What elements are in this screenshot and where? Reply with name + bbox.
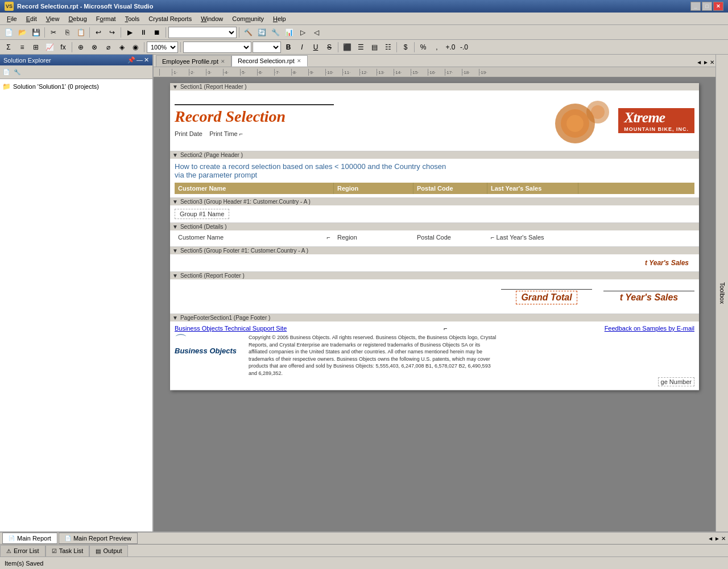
tb2-align-left[interactable]: ⬛ (341, 41, 353, 53)
tab-close-all[interactable]: ✕ (710, 59, 714, 65)
tb2-bold[interactable]: B (282, 41, 295, 53)
menu-format[interactable]: Format (92, 14, 121, 23)
se-title: Solution Explorer (3, 57, 51, 64)
tb-misc4[interactable]: ◁ (310, 26, 322, 39)
menu-community[interactable]: Community (228, 14, 268, 23)
section1-header[interactable]: ▼ Section1 (Report Header ) (170, 83, 699, 90)
tb-copy[interactable]: ⎘ (61, 26, 73, 39)
minimize-button[interactable]: _ (690, 2, 701, 11)
tb2-align-right[interactable]: ▤ (368, 41, 380, 53)
se-pin[interactable]: 📌 (127, 56, 135, 64)
bottom-tab-tasklist[interactable]: ☑ Task List (46, 545, 90, 556)
tb-new[interactable]: 📄 (2, 26, 15, 39)
section-group-footer: ▼ Section5 (Group Footer #1: Customer.Co… (170, 247, 699, 272)
menu-debug[interactable]: Debug (64, 14, 91, 23)
footer-link-support[interactable]: Business Objects Technical Support Site (175, 325, 287, 332)
tab-close-2[interactable]: ✕ (297, 58, 301, 64)
menu-view[interactable]: View (42, 14, 64, 23)
tb-config-select[interactable] (168, 27, 237, 38)
tb-misc1[interactable]: 🔧 (269, 26, 282, 39)
tb-stop[interactable]: ⏹ (151, 26, 163, 39)
menu-help[interactable]: Help (268, 14, 291, 23)
tab-record-selection[interactable]: Record Selection.rpt ✕ (231, 55, 308, 67)
svg-point-2 (566, 115, 584, 132)
tb2-list[interactable]: ≡ (16, 41, 28, 53)
tb-rebuild[interactable]: 🔄 (255, 26, 268, 39)
tb2-grid[interactable]: ⊞ (30, 41, 42, 53)
tb-misc3[interactable]: ▷ (296, 26, 309, 39)
tb2-dec-up[interactable]: +.0 (444, 41, 457, 53)
tab-employee-profile[interactable]: Employee Profile.rpt ✕ (156, 55, 231, 67)
report-tab-preview[interactable]: 📄 Main Report Preview (59, 533, 138, 544)
section-group-header: ▼ Section3 (Group Header #1: Customer.Co… (170, 198, 699, 223)
tb2-fontsize[interactable] (253, 42, 281, 53)
tab-controls: ◄ ► ✕ (695, 58, 715, 67)
section3-header[interactable]: ▼ Section3 (Group Header #1: Customer.Co… (170, 198, 699, 205)
tb-pause[interactable]: ⏸ (137, 26, 150, 39)
nav-close[interactable]: ✕ (721, 535, 726, 542)
tb2-sigma[interactable]: Σ (2, 41, 15, 53)
se-tb-new[interactable]: 📄 (1, 67, 11, 77)
tb2-chart[interactable]: 📈 (43, 41, 56, 53)
tb-build[interactable]: 🔨 (242, 26, 254, 39)
menu-crystal-reports[interactable]: Crystal Reports (144, 14, 196, 23)
report-canvas[interactable]: ▼ Section1 (Report Header ) Record Selec… (154, 77, 715, 531)
footer-link-feedback[interactable]: Feedback on Samples by E-mail (605, 325, 694, 332)
tb-cut[interactable]: ✂ (47, 26, 60, 39)
tb2-misc4[interactable]: ◈ (115, 41, 128, 53)
menu-edit[interactable]: Edit (22, 14, 42, 23)
tb2-fx[interactable]: fx (57, 41, 69, 53)
tb-save[interactable]: 💾 (30, 26, 42, 39)
menu-tools[interactable]: Tools (121, 14, 144, 23)
bo-swoosh-icon: ⌒ (175, 334, 187, 347)
pagefooter-header[interactable]: ▼ PageFooterSection1 (Page Footer ) (170, 314, 699, 321)
bottom-tab-output[interactable]: ▤ Output (89, 545, 128, 556)
tb2-italic[interactable]: I (296, 41, 308, 53)
tab-close-1[interactable]: ✕ (221, 59, 225, 64)
tb-redo[interactable]: ↪ (106, 26, 118, 39)
tb2-misc1[interactable]: ⊕ (75, 41, 87, 53)
tb-paste[interactable]: 📋 (75, 26, 87, 39)
nav-controls: ◄ ► ✕ (708, 535, 726, 542)
tb2-misc2[interactable]: ⊗ (88, 41, 101, 53)
tb2-align-center[interactable]: ☰ (354, 41, 367, 53)
tb2-comma[interactable]: , (431, 41, 443, 53)
tb2-underline[interactable]: U (309, 41, 322, 53)
tb-misc2[interactable]: 📊 (283, 26, 295, 39)
tab-label-2: Record Selection.rpt (238, 57, 295, 64)
tb2-misc5[interactable]: ◉ (129, 41, 142, 53)
se-tb-properties[interactable]: 🔧 (12, 67, 22, 77)
page-footer-body: Business Objects Technical Support Site … (170, 321, 699, 390)
tb2-dollar[interactable]: $ (399, 41, 412, 53)
section4-header[interactable]: ▼ Section4 (Details ) (170, 223, 699, 230)
tb2-misc3[interactable]: ⌀ (102, 41, 114, 53)
errorlist-icon: ⚠ (6, 548, 11, 554)
maximize-button[interactable]: □ (702, 2, 712, 11)
report-tab-main[interactable]: 📄 Main Report (2, 533, 57, 544)
tb2-dec-down[interactable]: -.0 (458, 41, 470, 53)
toolbox-panel[interactable]: Toolbox (715, 55, 728, 531)
nav-prev[interactable]: ◄ (708, 535, 713, 542)
section5-header[interactable]: ▼ Section5 (Group Footer #1: Customer.Co… (170, 247, 699, 254)
section6-header[interactable]: ▼ Section6 (Report Footer ) (170, 272, 699, 279)
tb2-percent[interactable]: % (417, 41, 429, 53)
tb-start[interactable]: ▶ (123, 26, 136, 39)
se-minimize-icon[interactable]: — (136, 56, 143, 64)
section2-header[interactable]: ▼ Section2 (Page Header ) (170, 151, 699, 159)
se-close-icon[interactable]: ✕ (144, 56, 149, 64)
menu-window[interactable]: Window (196, 14, 228, 23)
solution-item[interactable]: 📁 Solution 'Solution1' (0 projects) (2, 81, 150, 92)
toolbox-label: Toolbox (719, 282, 726, 304)
menu-file[interactable]: File (2, 14, 22, 23)
tb2-font[interactable] (183, 42, 251, 53)
tab-nav-prev[interactable]: ◄ (696, 59, 702, 65)
tb2-justify[interactable]: ☷ (382, 41, 394, 53)
tb2-strikethrough[interactable]: S (323, 41, 336, 53)
tb-open[interactable]: 📂 (16, 26, 28, 39)
close-button[interactable]: ✕ (713, 2, 723, 11)
tb-undo[interactable]: ↩ (92, 26, 105, 39)
tb2-zoom[interactable]: 100% (147, 42, 178, 53)
tab-nav-next[interactable]: ► (703, 59, 709, 65)
nav-next[interactable]: ► (714, 535, 720, 542)
bottom-tab-errorlist[interactable]: ⚠ Error List (0, 545, 46, 556)
